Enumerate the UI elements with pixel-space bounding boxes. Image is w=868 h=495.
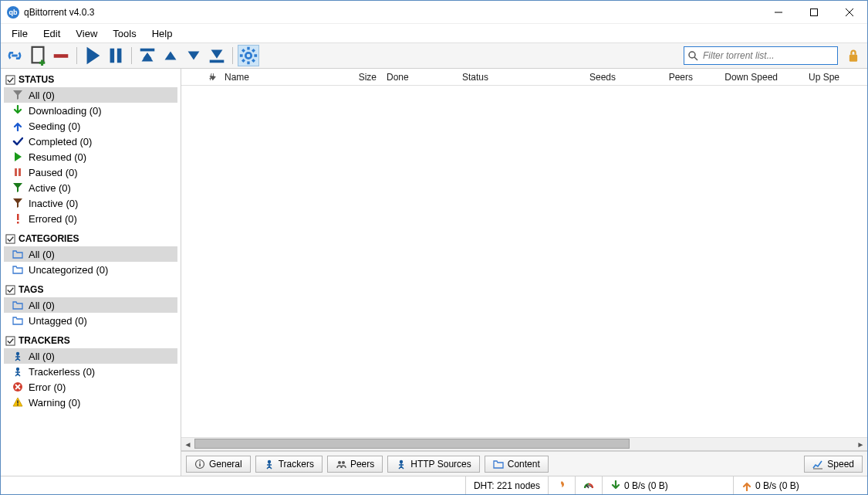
tab-peers[interactable]: Peers (327, 456, 383, 473)
add-link-button[interactable] (4, 45, 25, 66)
close-button[interactable] (832, 1, 867, 24)
tab-label: Peers (350, 459, 374, 470)
sidebar-item-label: All (0) (29, 249, 55, 260)
sidebar-item-trackers-0[interactable]: All (0) (4, 348, 177, 364)
sidebar-item-label: Errored (0) (29, 213, 77, 225)
status-bar: DHT: 221 nodes 0 B/s (0 B) 0 B/s (0 B) (1, 476, 867, 494)
sidebar-item-tags-1[interactable]: Untagged (0) (4, 313, 177, 328)
funnel-green-icon (12, 181, 24, 194)
status-dht[interactable]: DHT: 221 nodes (465, 476, 548, 494)
filter-input[interactable] (701, 48, 834, 63)
sidebar-section-trackers[interactable]: TRACKERS (4, 333, 177, 348)
sidebar-item-status-5[interactable]: Paused (0) (4, 164, 177, 180)
sidebar-section-tags[interactable]: TAGS (4, 282, 177, 297)
sidebar-item-status-4[interactable]: Resumed (0) (4, 149, 177, 164)
chart-icon (812, 459, 823, 470)
status-gauge[interactable] (575, 476, 602, 494)
remove-button[interactable] (50, 45, 72, 66)
col-header-up[interactable]: Up Spe (783, 72, 845, 83)
menu-view[interactable]: View (68, 25, 105, 42)
sidebar-item-status-3[interactable]: Completed (0) (4, 134, 177, 149)
pause-button[interactable] (105, 45, 127, 66)
checkbox-icon (5, 336, 15, 346)
scroll-left-icon[interactable]: ◄ (181, 438, 194, 451)
sidebar-item-label: Paused (0) (29, 167, 78, 178)
sidebar-section-categories[interactable]: CATEGORIES (4, 231, 177, 246)
window-title: qBittorrent v4.0.3 (24, 7, 94, 18)
menu-edit[interactable]: Edit (35, 25, 68, 42)
maximize-button[interactable] (796, 1, 832, 24)
sidebar-item-categories-1[interactable]: Uncategorized (0) (4, 262, 177, 277)
status-down[interactable]: 0 B/s (0 B) (602, 476, 733, 494)
sidebar-item-status-8[interactable]: Errored (0) (4, 211, 177, 226)
tracker-icon (12, 350, 24, 362)
status-up[interactable]: 0 B/s (0 B) (733, 476, 864, 494)
sidebar-item-status-0[interactable]: All (0) (4, 87, 177, 103)
sidebar-item-label: Active (0) (29, 182, 71, 194)
sidebar-item-categories-0[interactable]: All (0) (4, 246, 177, 262)
col-header-name[interactable]: Name (220, 72, 336, 83)
peers-icon (336, 459, 346, 470)
folder-icon (12, 299, 24, 311)
col-header-num[interactable]: # (181, 72, 220, 83)
tab-trackers[interactable]: Trackers (255, 456, 323, 473)
settings-button[interactable] (238, 45, 259, 66)
sidebar-item-status-7[interactable]: Inactive (0) (4, 195, 177, 211)
sidebar-item-label: All (0) (29, 90, 55, 101)
tab-content[interactable]: Content (485, 456, 549, 473)
sidebar-item-tags-0[interactable]: All (0) (4, 297, 177, 313)
svg-rect-19 (811, 8, 818, 15)
resume-button[interactable] (82, 45, 103, 66)
scroll-right-icon[interactable]: ► (854, 438, 867, 451)
tab-http sources[interactable]: HTTP Sources (387, 456, 479, 473)
sort-icon (210, 76, 216, 80)
col-header-seeds[interactable]: Seeds (573, 72, 621, 83)
tab-general[interactable]: General (186, 456, 251, 473)
lock-button[interactable] (843, 45, 864, 66)
move-bottom-button[interactable] (206, 45, 228, 66)
section-label: TAGS (19, 284, 43, 295)
table-body (181, 86, 867, 437)
tab-label: HTTP Sources (410, 459, 471, 470)
sidebar-item-status-6[interactable]: Active (0) (4, 180, 177, 195)
menu-help[interactable]: Help (144, 25, 181, 42)
move-down-button[interactable] (183, 45, 204, 66)
content-area: #NameSizeDoneStatusSeedsPeersDown SpeedU… (181, 69, 867, 476)
sidebar-item-label: All (0) (29, 300, 55, 311)
add-file-button[interactable] (27, 45, 49, 66)
sidebar-item-label: Trackerless (0) (29, 366, 95, 378)
sidebar-item-trackers-3[interactable]: Warning (0) (4, 395, 177, 410)
menu-file[interactable]: File (4, 25, 35, 42)
separator (76, 47, 77, 64)
sidebar-item-label: Uncategorized (0) (29, 264, 108, 276)
menu-tools[interactable]: Tools (105, 25, 144, 42)
arrow-down-icon (610, 480, 621, 491)
filter-box[interactable] (684, 46, 838, 65)
col-header-peers[interactable]: Peers (621, 72, 698, 83)
section-label: STATUS (19, 74, 54, 85)
sidebar-item-trackers-1[interactable]: Trackerless (0) (4, 364, 177, 379)
sidebar-item-status-2[interactable]: Seeding (0) (4, 118, 177, 134)
funnel-brown-icon (12, 197, 24, 209)
table-header-row: #NameSizeDoneStatusSeedsPeersDown SpeedU… (181, 69, 867, 86)
col-header-status[interactable]: Status (458, 72, 573, 83)
col-header-size[interactable]: Size (336, 72, 382, 83)
scroll-thumb[interactable] (194, 439, 630, 449)
move-up-button[interactable] (160, 45, 181, 66)
sidebar-item-trackers-2[interactable]: Error (0) (4, 379, 177, 395)
sidebar-section-status[interactable]: STATUS (4, 72, 177, 87)
move-top-button[interactable] (137, 45, 158, 66)
sidebar-item-status-1[interactable]: Downloading (0) (4, 103, 177, 118)
col-header-done[interactable]: Done (382, 72, 458, 83)
col-header-down[interactable]: Down Speed (698, 72, 783, 83)
funnel-grey-icon (12, 89, 24, 101)
check-navy-icon (12, 135, 24, 147)
horizontal-scrollbar[interactable]: ◄ ► (181, 437, 867, 450)
tab-speed[interactable]: Speed (804, 456, 863, 473)
minimize-button[interactable] (761, 1, 796, 24)
status-flame[interactable] (548, 476, 575, 494)
sidebar-item-label: Inactive (0) (29, 198, 78, 209)
titlebar: qb qBittorrent v4.0.3 (1, 1, 867, 24)
folder-icon (493, 459, 504, 470)
sidebar-item-label: Resumed (0) (29, 151, 86, 163)
